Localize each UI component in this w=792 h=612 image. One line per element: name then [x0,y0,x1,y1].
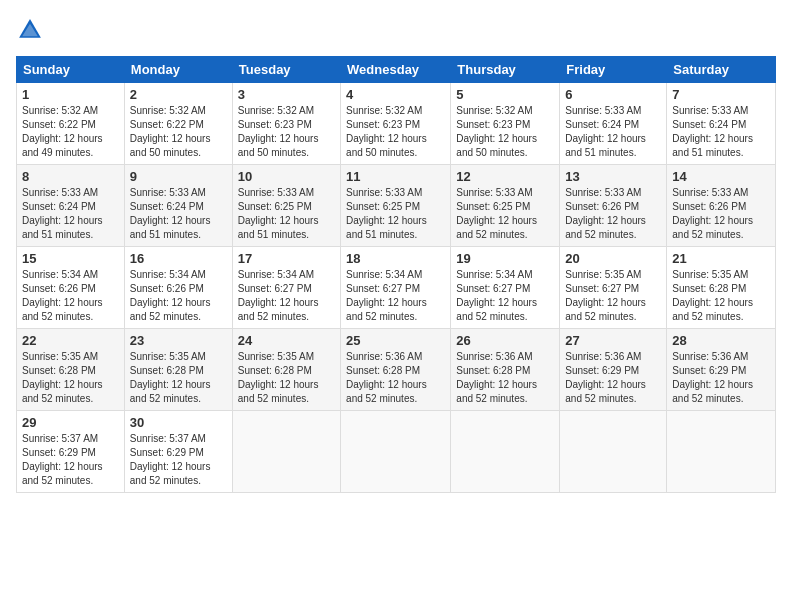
table-row: 29 Sunrise: 5:37 AMSunset: 6:29 PMDaylig… [17,411,125,493]
day-info: Sunrise: 5:33 AMSunset: 6:24 PMDaylight:… [565,104,661,160]
header-wednesday: Wednesday [341,57,451,83]
day-info: Sunrise: 5:34 AMSunset: 6:27 PMDaylight:… [346,268,445,324]
day-number: 9 [130,169,227,184]
day-number: 30 [130,415,227,430]
day-number: 21 [672,251,770,266]
calendar-week-row: 22 Sunrise: 5:35 AMSunset: 6:28 PMDaylig… [17,329,776,411]
logo [16,16,48,44]
day-info: Sunrise: 5:33 AMSunset: 6:26 PMDaylight:… [565,186,661,242]
calendar: Sunday Monday Tuesday Wednesday Thursday… [16,56,776,493]
day-info: Sunrise: 5:33 AMSunset: 6:25 PMDaylight:… [346,186,445,242]
table-row: 2 Sunrise: 5:32 AMSunset: 6:22 PMDayligh… [124,83,232,165]
day-info: Sunrise: 5:36 AMSunset: 6:28 PMDaylight:… [456,350,554,406]
day-number: 10 [238,169,335,184]
day-number: 12 [456,169,554,184]
table-row: 4 Sunrise: 5:32 AMSunset: 6:23 PMDayligh… [341,83,451,165]
table-row [667,411,776,493]
table-row: 11 Sunrise: 5:33 AMSunset: 6:25 PMDaylig… [341,165,451,247]
header-saturday: Saturday [667,57,776,83]
day-number: 16 [130,251,227,266]
header-sunday: Sunday [17,57,125,83]
day-number: 24 [238,333,335,348]
day-info: Sunrise: 5:33 AMSunset: 6:25 PMDaylight:… [456,186,554,242]
table-row: 20 Sunrise: 5:35 AMSunset: 6:27 PMDaylig… [560,247,667,329]
day-number: 19 [456,251,554,266]
calendar-week-row: 8 Sunrise: 5:33 AMSunset: 6:24 PMDayligh… [17,165,776,247]
header-tuesday: Tuesday [232,57,340,83]
day-number: 8 [22,169,119,184]
table-row [232,411,340,493]
table-row [341,411,451,493]
day-info: Sunrise: 5:32 AMSunset: 6:23 PMDaylight:… [456,104,554,160]
day-number: 4 [346,87,445,102]
table-row [451,411,560,493]
table-row: 1 Sunrise: 5:32 AMSunset: 6:22 PMDayligh… [17,83,125,165]
day-info: Sunrise: 5:35 AMSunset: 6:28 PMDaylight:… [238,350,335,406]
day-info: Sunrise: 5:32 AMSunset: 6:23 PMDaylight:… [346,104,445,160]
header-monday: Monday [124,57,232,83]
day-info: Sunrise: 5:33 AMSunset: 6:25 PMDaylight:… [238,186,335,242]
logo-icon [16,16,44,44]
day-number: 13 [565,169,661,184]
table-row: 12 Sunrise: 5:33 AMSunset: 6:25 PMDaylig… [451,165,560,247]
table-row: 26 Sunrise: 5:36 AMSunset: 6:28 PMDaylig… [451,329,560,411]
table-row: 24 Sunrise: 5:35 AMSunset: 6:28 PMDaylig… [232,329,340,411]
day-number: 18 [346,251,445,266]
table-row: 8 Sunrise: 5:33 AMSunset: 6:24 PMDayligh… [17,165,125,247]
table-row: 15 Sunrise: 5:34 AMSunset: 6:26 PMDaylig… [17,247,125,329]
day-number: 20 [565,251,661,266]
day-info: Sunrise: 5:37 AMSunset: 6:29 PMDaylight:… [22,432,119,488]
day-number: 11 [346,169,445,184]
day-info: Sunrise: 5:32 AMSunset: 6:22 PMDaylight:… [22,104,119,160]
day-number: 27 [565,333,661,348]
day-info: Sunrise: 5:33 AMSunset: 6:24 PMDaylight:… [22,186,119,242]
calendar-week-row: 15 Sunrise: 5:34 AMSunset: 6:26 PMDaylig… [17,247,776,329]
table-row: 23 Sunrise: 5:35 AMSunset: 6:28 PMDaylig… [124,329,232,411]
day-info: Sunrise: 5:33 AMSunset: 6:24 PMDaylight:… [130,186,227,242]
table-row [560,411,667,493]
day-info: Sunrise: 5:32 AMSunset: 6:23 PMDaylight:… [238,104,335,160]
page: Sunday Monday Tuesday Wednesday Thursday… [0,0,792,612]
day-number: 25 [346,333,445,348]
day-info: Sunrise: 5:35 AMSunset: 6:28 PMDaylight:… [672,268,770,324]
day-info: Sunrise: 5:36 AMSunset: 6:29 PMDaylight:… [672,350,770,406]
day-info: Sunrise: 5:35 AMSunset: 6:28 PMDaylight:… [130,350,227,406]
table-row: 17 Sunrise: 5:34 AMSunset: 6:27 PMDaylig… [232,247,340,329]
calendar-week-row: 29 Sunrise: 5:37 AMSunset: 6:29 PMDaylig… [17,411,776,493]
day-info: Sunrise: 5:35 AMSunset: 6:27 PMDaylight:… [565,268,661,324]
day-number: 7 [672,87,770,102]
day-number: 6 [565,87,661,102]
table-row: 9 Sunrise: 5:33 AMSunset: 6:24 PMDayligh… [124,165,232,247]
day-number: 14 [672,169,770,184]
day-info: Sunrise: 5:34 AMSunset: 6:26 PMDaylight:… [130,268,227,324]
table-row: 10 Sunrise: 5:33 AMSunset: 6:25 PMDaylig… [232,165,340,247]
table-row: 28 Sunrise: 5:36 AMSunset: 6:29 PMDaylig… [667,329,776,411]
table-row: 19 Sunrise: 5:34 AMSunset: 6:27 PMDaylig… [451,247,560,329]
table-row: 18 Sunrise: 5:34 AMSunset: 6:27 PMDaylig… [341,247,451,329]
header-friday: Friday [560,57,667,83]
table-row: 27 Sunrise: 5:36 AMSunset: 6:29 PMDaylig… [560,329,667,411]
day-info: Sunrise: 5:34 AMSunset: 6:27 PMDaylight:… [456,268,554,324]
table-row: 30 Sunrise: 5:37 AMSunset: 6:29 PMDaylig… [124,411,232,493]
day-info: Sunrise: 5:35 AMSunset: 6:28 PMDaylight:… [22,350,119,406]
header [16,16,776,44]
header-thursday: Thursday [451,57,560,83]
day-info: Sunrise: 5:36 AMSunset: 6:28 PMDaylight:… [346,350,445,406]
table-row: 22 Sunrise: 5:35 AMSunset: 6:28 PMDaylig… [17,329,125,411]
day-info: Sunrise: 5:37 AMSunset: 6:29 PMDaylight:… [130,432,227,488]
day-info: Sunrise: 5:34 AMSunset: 6:26 PMDaylight:… [22,268,119,324]
table-row: 16 Sunrise: 5:34 AMSunset: 6:26 PMDaylig… [124,247,232,329]
table-row: 25 Sunrise: 5:36 AMSunset: 6:28 PMDaylig… [341,329,451,411]
day-info: Sunrise: 5:36 AMSunset: 6:29 PMDaylight:… [565,350,661,406]
table-row: 13 Sunrise: 5:33 AMSunset: 6:26 PMDaylig… [560,165,667,247]
day-number: 22 [22,333,119,348]
day-number: 2 [130,87,227,102]
table-row: 3 Sunrise: 5:32 AMSunset: 6:23 PMDayligh… [232,83,340,165]
day-number: 23 [130,333,227,348]
day-number: 17 [238,251,335,266]
day-number: 26 [456,333,554,348]
day-number: 28 [672,333,770,348]
table-row: 14 Sunrise: 5:33 AMSunset: 6:26 PMDaylig… [667,165,776,247]
table-row: 7 Sunrise: 5:33 AMSunset: 6:24 PMDayligh… [667,83,776,165]
calendar-week-row: 1 Sunrise: 5:32 AMSunset: 6:22 PMDayligh… [17,83,776,165]
